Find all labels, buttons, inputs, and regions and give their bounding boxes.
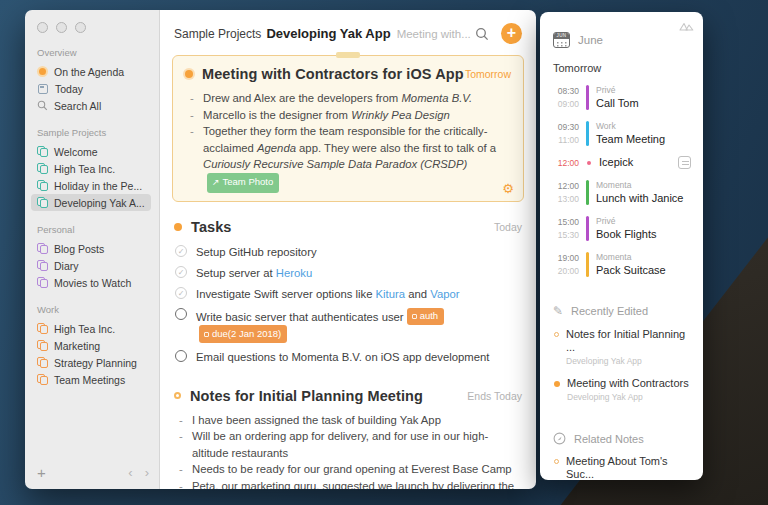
calendar-day-header: Tomorrow <box>553 62 693 74</box>
sidebar-item-on-the-agenda[interactable]: On the Agenda <box>31 63 151 80</box>
sidebar-item-label: Strategy Planning <box>54 357 137 369</box>
bullet-dash-icon: - <box>179 428 192 461</box>
panel-note-title: Notes for Initial Planning ... <box>566 328 693 354</box>
sidebar-item-high-tea-inc[interactable]: High Tea Inc. <box>31 160 151 177</box>
bullet-dash-icon: - <box>190 123 203 193</box>
note-title[interactable]: Notes for Initial Planning Meeting <box>190 388 423 404</box>
note-date-badge[interactable]: Tomorrow <box>465 68 511 80</box>
note-bullet: -Peta, our marketing guru, suggested we … <box>174 478 522 490</box>
note-title[interactable]: Tasks <box>191 219 232 235</box>
mountains-icon[interactable] <box>679 20 694 31</box>
sidebar-item-high-tea-inc[interactable]: High Tea Inc. <box>31 320 151 337</box>
calendar-event[interactable]: 09:3011:00WorkTeam Meeting <box>553 120 693 147</box>
sidebar-item-strategy-planning[interactable]: Strategy Planning <box>31 354 151 371</box>
nav-forward-button[interactable]: › <box>145 465 149 480</box>
calendar-event[interactable]: 08:3009:00PrivéCall Tom <box>553 84 693 111</box>
checkbox-empty-icon[interactable] <box>175 350 187 362</box>
text-segment: Investigate Swift server options like <box>196 288 376 300</box>
panel-note-body: Meeting with ContractorsDeveloping Yak A… <box>567 377 689 402</box>
event-color-bar <box>586 252 589 277</box>
tag-pill[interactable]: due(2 Jan 2018) <box>199 325 287 343</box>
attachment-pill[interactable]: ↗Team Photo <box>207 173 279 193</box>
new-note-button[interactable]: + <box>501 23 522 44</box>
calendar-event[interactable]: 15:0015:30PrivéBook Flights <box>553 215 693 242</box>
note-card-meeting-with-contractors[interactable]: Meeting with Contractors for iOS App Tom… <box>172 55 524 202</box>
note-planning-meeting: Notes for Initial Planning Meeting Ends … <box>160 371 536 490</box>
note-status-dot[interactable] <box>174 223 182 231</box>
panel-note-item[interactable]: Notes for Initial Planning ...Developing… <box>553 328 693 366</box>
event-title: Call Tom <box>596 97 639 110</box>
pages-icon <box>37 323 48 334</box>
calendar-event[interactable]: 12:0013:00MomentaLunch with Janice <box>553 179 693 206</box>
sidebar-section-header: Overview <box>37 47 159 58</box>
sidebar-item-movies-to-watch[interactable]: Movies to Watch <box>31 274 151 291</box>
breadcrumb-project[interactable]: Sample Projects <box>174 27 261 41</box>
event-body: WorkTeam Meeting <box>596 120 665 147</box>
checkbox-checked-icon[interactable]: ✓ <box>175 245 187 257</box>
checkbox-empty-icon[interactable] <box>175 308 187 320</box>
event-start-time: 08:30 <box>553 85 579 98</box>
task-text: Setup server at Heroku <box>196 266 312 280</box>
calendar-month-row[interactable]: JUN June <box>553 32 693 48</box>
pages-icon <box>37 163 48 174</box>
text-segment: Email questions to Momenta B.V. on iOS a… <box>196 351 489 363</box>
task-text: Write basic server that authenticates us… <box>196 308 522 343</box>
panel-note-item[interactable]: Meeting About Tom's Suc...High Tea Inc. <box>553 455 693 480</box>
checkbox-checked-icon[interactable]: ✓ <box>175 266 187 278</box>
sidebar: OverviewOn the AgendaTodaySearch AllSamp… <box>25 10 160 489</box>
tag-icon <box>204 332 209 337</box>
panel-note-project: Developing Yak App <box>566 356 693 366</box>
sidebar-footer: + ‹ › <box>37 464 149 481</box>
sidebar-item-developing-yak-a[interactable]: Developing Yak A... <box>31 194 151 211</box>
nav-back-button[interactable]: ‹ <box>128 465 132 480</box>
panel-note-item[interactable]: Meeting with ContractorsDeveloping Yak A… <box>553 377 693 402</box>
note-date-badge[interactable]: Today <box>494 221 522 233</box>
sidebar-item-team-meetings[interactable]: Team Meetings <box>31 371 151 388</box>
inline-link[interactable]: Kitura <box>376 288 406 300</box>
sidebar-item-blog-posts[interactable]: Blog Posts <box>31 240 151 257</box>
sidebar-item-search-all[interactable]: Search All <box>31 97 151 114</box>
sidebar-item-welcome[interactable]: Welcome <box>31 143 151 160</box>
search-icon[interactable] <box>475 27 489 41</box>
tag-pill[interactable]: auth <box>407 308 445 326</box>
bullet-text: Together they form the team responsible … <box>203 123 511 193</box>
note-status-dot[interactable] <box>174 392 181 399</box>
calendar-icon <box>38 84 48 94</box>
add-project-button[interactable]: + <box>37 464 46 481</box>
note-title[interactable]: Meeting with Contractors for iOS App <box>202 66 464 82</box>
sidebar-item-label: Diary <box>54 260 79 272</box>
filter-hint-text: Meeting with... <box>397 28 471 40</box>
pages-icon <box>37 260 48 271</box>
event-color-bar <box>586 121 589 146</box>
zoom-window-button[interactable] <box>75 22 86 33</box>
close-window-button[interactable] <box>37 22 48 33</box>
linked-note-icon[interactable] <box>678 156 691 169</box>
inline-link[interactable]: Heroku <box>276 267 312 279</box>
text-segment: and <box>405 288 430 300</box>
calendar-event[interactable]: 19:0020:00MomentaPack Suitcase <box>553 251 693 278</box>
sidebar-item-marketing[interactable]: Marketing <box>31 337 151 354</box>
sidebar-item-label: High Tea Inc. <box>54 323 115 335</box>
note-bullet: -Needs to be ready for our grand opening… <box>174 461 522 478</box>
event-title: Icepick <box>599 156 633 169</box>
breadcrumb-note-title[interactable]: Developing Yak App <box>266 26 390 41</box>
calendar-event[interactable]: 12:00Icepick <box>553 156 693 169</box>
gear-icon[interactable]: ⚙ <box>502 181 514 196</box>
bullet-dash-icon: - <box>179 461 192 478</box>
text-segment: Agenda <box>257 142 296 154</box>
bullet-dash-icon: - <box>179 478 192 490</box>
note-status-dot[interactable] <box>185 70 193 78</box>
event-start-time: 12:00 <box>553 180 579 193</box>
sidebar-item-label: High Tea Inc. <box>54 163 115 175</box>
event-end-time: 09:00 <box>553 98 579 111</box>
sidebar-item-today[interactable]: Today <box>31 80 151 97</box>
minimize-window-button[interactable] <box>56 22 67 33</box>
note-date-badge[interactable]: Ends Today <box>467 390 522 402</box>
sidebar-item-holiday-in-the-pe[interactable]: Holiday in the Pe... <box>31 177 151 194</box>
sidebar-item-diary[interactable]: Diary <box>31 257 151 274</box>
checkbox-checked-icon[interactable]: ✓ <box>175 287 187 299</box>
event-times: 09:3011:00 <box>553 120 579 147</box>
event-color-bar <box>586 85 589 110</box>
event-category: Privé <box>596 84 639 97</box>
inline-link[interactable]: Vapor <box>430 288 459 300</box>
